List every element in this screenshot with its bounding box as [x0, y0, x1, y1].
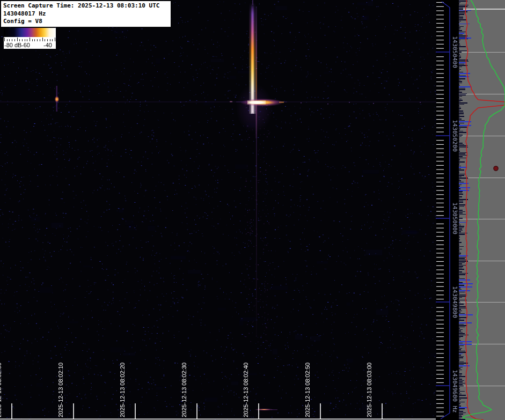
freq-label-143050200: 143050200	[451, 120, 458, 152]
spectrum-marker-dot	[494, 166, 498, 171]
config-text: Config = V8	[3, 18, 169, 26]
time-label-080210: 2025-12-13 08:02:10	[57, 363, 64, 417]
colorbar-tick	[22, 39, 23, 41]
colorbar-tick	[32, 39, 33, 41]
peak-spectrum-trace	[463, 0, 505, 420]
waterfall-spectrogram	[0, 0, 436, 420]
colorbar-tick	[19, 39, 20, 41]
time-label-080240: 2025-12-13 08:02:40	[243, 363, 250, 417]
colorbar-label-60: -60	[21, 42, 30, 49]
colorbar-tick	[7, 39, 8, 41]
colorbar-tick	[42, 38, 43, 41]
colorbar-tick	[4, 38, 5, 41]
time-label-080220: 2025-12-13 08:02:20	[119, 363, 126, 417]
colorbar-tick	[25, 39, 25, 41]
colorbar-tick	[45, 39, 45, 41]
capture-time-text: Screen Capture Time: 2025-12-13 08:03:10…	[3, 2, 169, 10]
colorbar-tick	[14, 39, 15, 41]
center-frequency-text: 143048017 Hz	[3, 10, 169, 18]
freq-unit-label: Hz	[451, 406, 458, 412]
colorbar-tick	[30, 38, 30, 41]
capture-info-box: Screen Capture Time: 2025-12-13 08:03:10…	[1, 1, 171, 27]
colorbar-tick	[12, 39, 12, 41]
colorbar-label-40: -40	[43, 42, 52, 49]
colorbar-tick	[17, 38, 18, 41]
side-spectrum-panel	[459, 0, 505, 420]
colorbar-label-80db: -80 dB	[4, 42, 21, 49]
intensity-colorbar: -80 dB -60 -40	[4, 28, 56, 49]
freq-axis-top-cap	[442, 2, 450, 8]
colorbar-tick	[40, 39, 40, 41]
colorbar-tick	[47, 39, 48, 41]
time-label-080200: 2025-12-13 08:02:00	[0, 363, 3, 417]
colorbar-labels: -80 dB -60 -40	[4, 42, 56, 49]
colorbar-gradient	[4, 28, 56, 37]
colorbar-tick	[9, 39, 10, 41]
colorbar-tick	[50, 39, 50, 41]
time-label-080250: 2025-12-13 08:02:50	[304, 363, 311, 417]
colorbar-tick	[27, 39, 27, 41]
spectrum-traces	[459, 0, 505, 420]
average-spectrum-trace	[465, 0, 505, 420]
freq-label-143049800: 143049800	[451, 286, 458, 318]
colorbar-tick	[37, 39, 38, 41]
freq-label-143050400: 143050400	[451, 36, 458, 68]
colorbar-ruler	[4, 37, 56, 42]
time-label-080230: 2025-12-13 08:02:30	[181, 363, 188, 417]
colorbar-tick	[34, 39, 35, 41]
colorbar-tick	[55, 38, 55, 41]
freq-label-143050000: 143050000	[451, 202, 458, 234]
freq-label-143049600: 143049600	[451, 370, 458, 402]
spectrogram-app-window: Screen Capture Time: 2025-12-13 08:03:10…	[0, 0, 505, 420]
colorbar-tick	[52, 39, 53, 41]
freq-axis-bottom-cap	[441, 413, 450, 419]
time-label-080300: 2025-12-13 08:03:00	[366, 363, 373, 417]
